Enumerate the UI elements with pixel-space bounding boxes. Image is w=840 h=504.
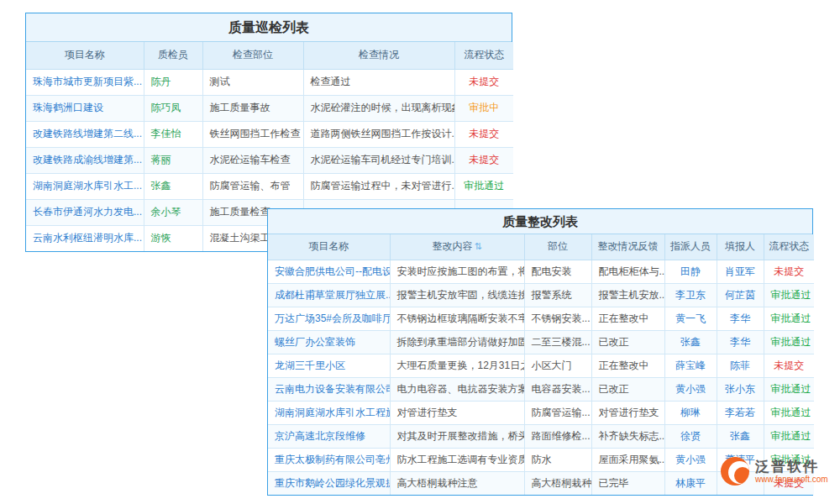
content-cell: 报警主机安放牢固，线缆连接... [390, 283, 524, 307]
project-cell[interactable]: 改建铁路成渝线增建第... [26, 147, 144, 173]
feedback-cell: 屋面采用聚氨... [591, 448, 664, 471]
situation-cell: 水泥砼灌注的时候，出现离析现象 [303, 95, 454, 121]
content-cell: 高大梧桐栽种注意 [390, 471, 524, 495]
situation-cell: 道路两侧铁丝网围挡工作按设计... [303, 121, 454, 147]
part-cell: 报警系统 [524, 283, 591, 307]
col-header-status: 流程状态 [764, 234, 814, 260]
sort-icon[interactable]: ⇅ [474, 241, 481, 251]
feedback-cell: 正在整改中 [591, 354, 664, 377]
feedback-cell: 已完毕 [591, 471, 664, 495]
situation-cell: 防腐管运输过程中，未对管进行... [303, 173, 454, 199]
inspection-list-title: 质量巡检列表 [26, 13, 512, 42]
feedback-cell: 配电柜柜体与... [591, 260, 664, 283]
status-cell: 审批通过 [764, 424, 814, 448]
inspector-cell: 李佳怡 [144, 121, 202, 147]
part-cell: 二至三楼混... [524, 330, 591, 354]
situation-cell: 检查通过 [303, 69, 454, 95]
table-row: 龙湖三千里小区大理石质量更换，12月31日之...小区大门正在整改中薛宝峰陈菲未… [268, 354, 814, 377]
assignee-cell: 徐贤 [664, 424, 717, 448]
assignee-cell: 李卫东 [664, 283, 717, 307]
reporter-cell: 陈菲 [717, 354, 764, 377]
table-row: 湖南洞庭湖水库引水工程施工...对管进行垫支防腐管运输...对管进行垫支柳琳李若… [268, 401, 814, 424]
status-cell: 审批通过 [764, 283, 814, 307]
reporter-cell: 李华 [717, 307, 764, 330]
status-cell: 审批通过 [454, 173, 513, 199]
project-cell[interactable]: 安徽合肥供电公司--配电设备... [268, 260, 390, 283]
status-cell: 审批通过 [764, 307, 814, 330]
project-cell[interactable]: 长春市伊通河水力发电... [26, 199, 144, 225]
part-cell: 防水 [524, 448, 591, 471]
situation-cell: 水泥砼运输车司机经过专门培训... [303, 147, 454, 173]
part-cell: 测试 [202, 69, 303, 95]
assignee-cell: 薛宝峰 [664, 354, 717, 377]
table-row: 珠海鹤洲口建设陈巧凤施工质量事故水泥砼灌注的时候，出现离析现象审批中 [26, 95, 513, 121]
status-cell: 审批通过 [764, 401, 814, 424]
project-cell[interactable]: 重庆太极制药有限公司亳州中... [268, 448, 390, 471]
col-header-project: 项目名称 [26, 42, 144, 69]
assignee-cell: 张鑫 [664, 330, 717, 354]
col-header-content-label: 整改内容 [432, 240, 472, 252]
table-row: 改建铁路线增建第二线...李佳怡铁丝网围挡工作检查道路两侧铁丝网围挡工作按设计.… [26, 121, 513, 147]
part-cell: 铁丝网围挡工作检查 [202, 121, 303, 147]
project-cell[interactable]: 螺丝厂办公室装饰 [268, 330, 390, 354]
project-cell[interactable]: 云南水利枢纽潜明水库... [26, 225, 144, 251]
status-cell: 未提交 [454, 121, 513, 147]
status-cell: 审批通过 [764, 330, 814, 354]
assignee-cell: 黄小强 [664, 448, 717, 471]
project-cell[interactable]: 湖南洞庭湖水库引水工程施工... [268, 401, 390, 424]
table-row: 成都杜甫草堂展厅独立展...报警主机安放牢固，线缆连接...报警系统报警主机安放… [268, 283, 814, 307]
status-cell: 审批通过 [764, 377, 814, 401]
feedback-cell: 已改正 [591, 330, 664, 354]
rectification-list-title: 质量整改列表 [268, 209, 812, 234]
table-row: 安徽合肥供电公司--配电设备...安装时应按施工图的布置，将...配电安装配电柜… [268, 260, 814, 283]
feedback-cell: 补齐缺失标志... [591, 424, 664, 448]
rectification-header-row: 项目名称 整改内容⇅ 部位 整改情况反馈 指派人员 填报人 流程状态 [268, 234, 814, 260]
feedback-cell: 对管进行垫支 [591, 401, 664, 424]
rectification-list-panel: 质量整改列表 项目名称 整改内容⇅ 部位 整改情况反馈 指派人员 填报人 流程状… [267, 208, 813, 496]
part-cell: 不锈钢安装... [524, 307, 591, 330]
project-cell[interactable]: 万达广场35#会所及咖啡厅空... [268, 307, 390, 330]
fanpu-logo-icon [721, 457, 749, 486]
table-row: 改建铁路成渝线增建第...蒋丽水泥砼运输车检查水泥砼运输车司机经过专门培训...… [26, 147, 513, 173]
project-cell[interactable]: 京沪高速北京段维修 [268, 424, 390, 448]
col-header-situation: 检查情况 [303, 42, 454, 69]
project-cell[interactable]: 改建铁路线增建第二线... [26, 121, 144, 147]
project-cell[interactable]: 重庆市鹅岭公园绿化景观提升... [268, 471, 390, 495]
content-cell: 对其及时开展整改措施，桥头... [390, 424, 524, 448]
vendor-name: 泛普软件 [755, 459, 828, 475]
project-cell[interactable]: 成都杜甫草堂展厅独立展... [268, 283, 390, 307]
reporter-cell: 肖亚军 [717, 260, 764, 283]
col-header-inspector: 质检员 [144, 42, 202, 69]
col-header-reporter: 填报人 [717, 234, 764, 260]
table-row: 螺丝厂办公室装饰拆除到承重墙部分请做好加固...二至三楼混...已改正张鑫李华审… [268, 330, 814, 354]
part-cell: 施工质量事故 [202, 95, 303, 121]
status-cell: 审批中 [454, 95, 513, 121]
part-cell: 配电安装 [524, 260, 591, 283]
reporter-cell: 李华 [717, 330, 764, 354]
assignee-cell: 林康平 [664, 471, 717, 495]
rectification-table: 项目名称 整改内容⇅ 部位 整改情况反馈 指派人员 填报人 流程状态 安徽合肥供… [268, 234, 814, 495]
project-cell[interactable]: 龙湖三千里小区 [268, 354, 390, 377]
project-cell[interactable]: 云南电力设备安装有限公司20... [268, 377, 390, 401]
content-cell: 对管进行垫支 [390, 401, 524, 424]
part-cell: 电容器安装... [524, 377, 591, 401]
project-cell[interactable]: 珠海市城市更新项目紫... [26, 69, 144, 95]
col-header-content[interactable]: 整改内容⇅ [390, 234, 524, 260]
status-cell: 未提交 [454, 69, 513, 95]
table-row: 湖南洞庭湖水库引水工...张鑫防腐管运输、布管防腐管运输过程中，未对管进行...… [26, 173, 513, 199]
content-cell: 电力电容器、电抗器安装方案,... [390, 377, 524, 401]
assignee-cell: 田静 [664, 260, 717, 283]
part-cell: 防腐管运输、布管 [202, 173, 303, 199]
inspector-cell: 陈巧凤 [144, 95, 202, 121]
project-cell[interactable]: 珠海鹤洲口建设 [26, 95, 144, 121]
assignee-cell: 黄小强 [664, 377, 717, 401]
col-header-part: 部位 [524, 234, 591, 260]
status-cell: 未提交 [454, 147, 513, 173]
project-cell[interactable]: 湖南洞庭湖水库引水工... [26, 173, 144, 199]
col-header-project: 项目名称 [268, 234, 390, 260]
inspector-cell: 余小琴 [144, 199, 202, 225]
assignee-cell: 柳琳 [664, 401, 717, 424]
reporter-cell: 何芷茵 [717, 283, 764, 307]
reporter-cell: 张鑫 [717, 424, 764, 448]
table-row: 京沪高速北京段维修对其及时开展整改措施，桥头...路面维修检...补齐缺失标志.… [268, 424, 814, 448]
